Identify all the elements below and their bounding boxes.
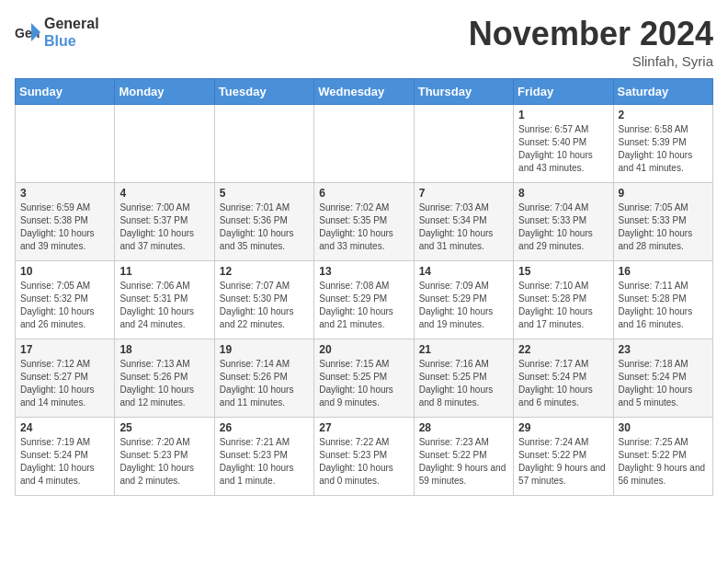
day-info: Sunrise: 7:20 AM Sunset: 5:23 PM Dayligh… xyxy=(119,436,209,488)
day-number: 19 xyxy=(220,343,309,356)
calendar-cell xyxy=(414,105,513,183)
calendar-cell: 20Sunrise: 7:15 AM Sunset: 5:25 PM Dayli… xyxy=(314,339,414,418)
day-number: 9 xyxy=(619,187,708,200)
day-info: Sunrise: 7:09 AM Sunset: 5:29 PM Dayligh… xyxy=(419,280,508,331)
day-number: 13 xyxy=(319,265,408,278)
weekday-header: Sunday xyxy=(16,79,115,105)
calendar-cell: 14Sunrise: 7:09 AM Sunset: 5:29 PM Dayli… xyxy=(414,261,513,339)
calendar-cell: 9Sunrise: 7:05 AM Sunset: 5:33 PM Daylig… xyxy=(613,183,712,261)
day-info: Sunrise: 7:13 AM Sunset: 5:26 PM Dayligh… xyxy=(119,358,209,409)
day-number: 4 xyxy=(119,187,209,200)
day-number: 3 xyxy=(20,187,109,200)
day-number: 2 xyxy=(619,109,708,121)
calendar-cell: 11Sunrise: 7:06 AM Sunset: 5:31 PM Dayli… xyxy=(115,261,214,339)
day-number: 8 xyxy=(518,187,608,200)
day-number: 18 xyxy=(119,343,209,356)
day-number: 25 xyxy=(119,421,209,434)
day-info: Sunrise: 7:22 AM Sunset: 5:23 PM Dayligh… xyxy=(319,436,408,488)
title-block: November 2024 Slinfah, Syria xyxy=(469,15,713,69)
day-info: Sunrise: 7:14 AM Sunset: 5:26 PM Dayligh… xyxy=(220,358,309,409)
calendar-cell: 26Sunrise: 7:21 AM Sunset: 5:23 PM Dayli… xyxy=(214,418,313,496)
calendar-week-row: 24Sunrise: 7:19 AM Sunset: 5:24 PM Dayli… xyxy=(16,418,713,496)
calendar-cell: 19Sunrise: 7:14 AM Sunset: 5:26 PM Dayli… xyxy=(214,339,313,418)
calendar-cell: 8Sunrise: 7:04 AM Sunset: 5:33 PM Daylig… xyxy=(514,183,613,261)
day-number: 29 xyxy=(518,421,608,434)
day-info: Sunrise: 7:02 AM Sunset: 5:35 PM Dayligh… xyxy=(319,201,408,253)
day-info: Sunrise: 7:04 AM Sunset: 5:33 PM Dayligh… xyxy=(518,201,608,253)
weekday-header: Tuesday xyxy=(214,79,313,105)
day-info: Sunrise: 7:19 AM Sunset: 5:24 PM Dayligh… xyxy=(20,436,109,488)
day-info: Sunrise: 7:06 AM Sunset: 5:31 PM Dayligh… xyxy=(119,280,209,331)
day-info: Sunrise: 7:05 AM Sunset: 5:33 PM Dayligh… xyxy=(619,201,708,253)
calendar-week-row: 10Sunrise: 7:05 AM Sunset: 5:32 PM Dayli… xyxy=(16,261,713,339)
calendar-cell: 21Sunrise: 7:16 AM Sunset: 5:25 PM Dayli… xyxy=(414,339,513,418)
calendar-cell: 1Sunrise: 6:57 AM Sunset: 5:40 PM Daylig… xyxy=(514,105,613,183)
calendar-cell: 4Sunrise: 7:00 AM Sunset: 5:37 PM Daylig… xyxy=(115,183,214,261)
day-number: 15 xyxy=(518,265,608,278)
calendar-cell: 7Sunrise: 7:03 AM Sunset: 5:34 PM Daylig… xyxy=(414,183,513,261)
logo-line1: General xyxy=(44,15,99,32)
day-number: 16 xyxy=(619,265,708,278)
calendar-cell: 30Sunrise: 7:25 AM Sunset: 5:22 PM Dayli… xyxy=(613,418,712,496)
calendar-cell: 25Sunrise: 7:20 AM Sunset: 5:23 PM Dayli… xyxy=(115,418,214,496)
calendar-cell: 3Sunrise: 6:59 AM Sunset: 5:38 PM Daylig… xyxy=(16,183,115,261)
calendar-week-row: 3Sunrise: 6:59 AM Sunset: 5:38 PM Daylig… xyxy=(16,183,713,261)
weekday-header: Friday xyxy=(514,79,613,105)
day-number: 5 xyxy=(220,187,309,200)
day-info: Sunrise: 7:17 AM Sunset: 5:24 PM Dayligh… xyxy=(518,358,608,409)
day-info: Sunrise: 7:25 AM Sunset: 5:22 PM Dayligh… xyxy=(619,436,708,488)
calendar-cell: 22Sunrise: 7:17 AM Sunset: 5:24 PM Dayli… xyxy=(514,339,613,418)
calendar-cell: 17Sunrise: 7:12 AM Sunset: 5:27 PM Dayli… xyxy=(16,339,115,418)
day-info: Sunrise: 7:07 AM Sunset: 5:30 PM Dayligh… xyxy=(220,280,309,331)
weekday-header: Wednesday xyxy=(314,79,414,105)
calendar-cell xyxy=(16,105,115,183)
day-info: Sunrise: 7:23 AM Sunset: 5:22 PM Dayligh… xyxy=(419,436,508,488)
day-number: 20 xyxy=(319,343,408,356)
calendar-cell: 13Sunrise: 7:08 AM Sunset: 5:29 PM Dayli… xyxy=(314,261,414,339)
calendar-cell: 18Sunrise: 7:13 AM Sunset: 5:26 PM Dayli… xyxy=(115,339,214,418)
calendar-cell: 23Sunrise: 7:18 AM Sunset: 5:24 PM Dayli… xyxy=(613,339,712,418)
day-info: Sunrise: 7:01 AM Sunset: 5:36 PM Dayligh… xyxy=(220,201,309,253)
day-info: Sunrise: 7:18 AM Sunset: 5:24 PM Dayligh… xyxy=(619,358,708,409)
calendar-cell xyxy=(214,105,313,183)
logo: Gen General Blue xyxy=(15,15,99,50)
calendar-week-row: 17Sunrise: 7:12 AM Sunset: 5:27 PM Dayli… xyxy=(16,339,713,418)
calendar-cell: 10Sunrise: 7:05 AM Sunset: 5:32 PM Dayli… xyxy=(16,261,115,339)
weekday-header: Saturday xyxy=(613,79,712,105)
calendar-cell: 16Sunrise: 7:11 AM Sunset: 5:28 PM Dayli… xyxy=(613,261,712,339)
day-number: 7 xyxy=(419,187,508,200)
day-number: 12 xyxy=(220,265,309,278)
day-number: 14 xyxy=(419,265,508,278)
day-number: 28 xyxy=(419,421,508,434)
location: Slinfah, Syria xyxy=(469,53,713,69)
day-info: Sunrise: 7:05 AM Sunset: 5:32 PM Dayligh… xyxy=(20,280,109,331)
day-info: Sunrise: 7:16 AM Sunset: 5:25 PM Dayligh… xyxy=(419,358,508,409)
calendar-cell: 12Sunrise: 7:07 AM Sunset: 5:30 PM Dayli… xyxy=(214,261,313,339)
day-number: 10 xyxy=(20,265,109,278)
day-info: Sunrise: 7:21 AM Sunset: 5:23 PM Dayligh… xyxy=(220,436,309,488)
day-info: Sunrise: 7:12 AM Sunset: 5:27 PM Dayligh… xyxy=(20,358,109,409)
day-info: Sunrise: 7:11 AM Sunset: 5:28 PM Dayligh… xyxy=(619,280,708,331)
calendar-cell: 15Sunrise: 7:10 AM Sunset: 5:28 PM Dayli… xyxy=(514,261,613,339)
calendar-cell xyxy=(314,105,414,183)
calendar-cell: 5Sunrise: 7:01 AM Sunset: 5:36 PM Daylig… xyxy=(214,183,313,261)
day-info: Sunrise: 7:24 AM Sunset: 5:22 PM Dayligh… xyxy=(518,436,608,488)
calendar-cell: 28Sunrise: 7:23 AM Sunset: 5:22 PM Dayli… xyxy=(414,418,513,496)
calendar-cell xyxy=(115,105,214,183)
day-number: 11 xyxy=(119,265,209,278)
day-number: 26 xyxy=(220,421,309,434)
calendar-cell: 2Sunrise: 6:58 AM Sunset: 5:39 PM Daylig… xyxy=(613,105,712,183)
day-number: 27 xyxy=(319,421,408,434)
weekday-header: Monday xyxy=(115,79,214,105)
day-number: 6 xyxy=(319,187,408,200)
day-info: Sunrise: 6:58 AM Sunset: 5:39 PM Dayligh… xyxy=(619,123,708,175)
day-number: 17 xyxy=(20,343,109,356)
calendar-week-row: 1Sunrise: 6:57 AM Sunset: 5:40 PM Daylig… xyxy=(16,105,713,183)
day-info: Sunrise: 6:59 AM Sunset: 5:38 PM Dayligh… xyxy=(20,201,109,253)
day-number: 1 xyxy=(518,109,608,121)
calendar-cell: 29Sunrise: 7:24 AM Sunset: 5:22 PM Dayli… xyxy=(514,418,613,496)
calendar-cell: 6Sunrise: 7:02 AM Sunset: 5:35 PM Daylig… xyxy=(314,183,414,261)
day-number: 21 xyxy=(419,343,508,356)
day-number: 23 xyxy=(619,343,708,356)
logo-icon: Gen xyxy=(15,19,40,45)
